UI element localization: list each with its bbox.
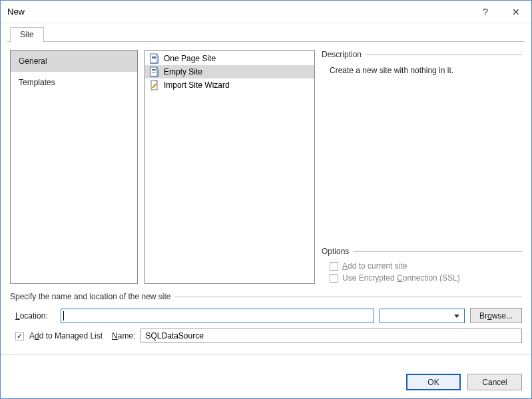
divider: [174, 297, 522, 297]
managed-list-label: Add to Managed List: [29, 331, 103, 340]
wizard-icon: [149, 80, 160, 90]
specify-group: Specify the name and location of the new…: [10, 292, 522, 346]
checkbox-managed-list[interactable]: [15, 332, 24, 340]
option-label: Use Encrypted Connection (SSL): [342, 273, 460, 283]
tab-site[interactable]: Site: [10, 27, 44, 43]
ok-button[interactable]: OK: [406, 374, 461, 390]
svg-rect-3: [152, 59, 156, 59]
name-label: Name:: [112, 331, 135, 340]
svg-rect-1: [152, 56, 156, 57]
help-button[interactable]: ?: [470, 1, 501, 23]
window-title: New: [7, 7, 470, 17]
svg-rect-2: [152, 57, 156, 58]
specify-heading: Specify the name and location of the new…: [10, 292, 170, 301]
titlebar: New ? ✕: [1, 1, 531, 23]
options-heading: Options: [322, 247, 349, 256]
category-item-general[interactable]: General: [11, 51, 137, 72]
location-scheme-combo[interactable]: [380, 309, 465, 323]
template-label: Import Site Wizard: [164, 80, 230, 90]
page-icon: [149, 53, 160, 64]
options-group: Options Add to current site Use Encrypte…: [322, 247, 522, 284]
description-group: Description Create a new site with nothi…: [322, 50, 522, 241]
divider: [366, 55, 522, 55]
divider: [1, 354, 531, 354]
template-label: Empty Site: [164, 67, 202, 76]
dialog-footer: OK Cancel: [1, 370, 531, 398]
name-input[interactable]: SQLDataSource: [140, 329, 522, 343]
close-button[interactable]: ✕: [501, 1, 531, 23]
category-list: General Templates: [10, 50, 138, 284]
svg-rect-6: [152, 70, 156, 71]
location-input[interactable]: [61, 309, 374, 323]
template-item-empty-site[interactable]: Empty Site: [145, 65, 314, 78]
description-heading: Description: [322, 50, 362, 59]
checkbox-ssl: [330, 274, 338, 283]
dialog-new: New ? ✕ Site General Templates One Page …: [0, 0, 532, 399]
svg-rect-7: [152, 72, 156, 72]
option-label: Add to current site: [342, 261, 407, 271]
template-item-one-page-site[interactable]: One Page Site: [145, 52, 314, 65]
tabstrip: Site: [1, 23, 531, 42]
template-item-import-wizard[interactable]: Import Site Wizard: [145, 78, 314, 92]
template-label: One Page Site: [164, 54, 216, 63]
option-add-to-current: Add to current site: [322, 260, 522, 272]
svg-rect-5: [152, 69, 156, 70]
template-list: One Page Site Empty Site Import Site Wiz…: [144, 50, 315, 284]
checkbox-add-to-current: [330, 262, 338, 271]
cancel-button[interactable]: Cancel: [467, 374, 522, 390]
option-ssl: Use Encrypted Connection (SSL): [322, 272, 522, 284]
location-label: Location:: [15, 311, 55, 321]
description-text: Create a new site with nothing in it.: [322, 63, 522, 75]
page-icon: [149, 66, 160, 77]
category-item-templates[interactable]: Templates: [11, 72, 137, 93]
divider: [353, 251, 522, 252]
browse-button[interactable]: Browse...: [470, 308, 522, 323]
